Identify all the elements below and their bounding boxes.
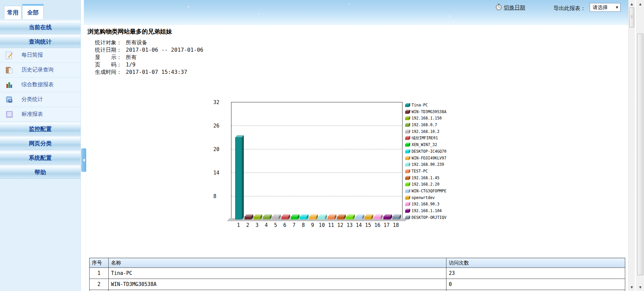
- bar-3d: [272, 216, 279, 220]
- bar-3d: [235, 137, 242, 220]
- legend-label: 192.168.2.20: [412, 182, 439, 187]
- table-row: 2 WIN-TD3MG30538A 0: [90, 279, 625, 290]
- scrollbar-thumb[interactable]: [637, 34, 643, 275]
- legend-swatch: [405, 137, 409, 140]
- history-query-icon: [5, 66, 14, 75]
- sidebar-item-query-stats[interactable]: 查询统计: [0, 35, 80, 48]
- col-header-visits: 访问次数: [446, 258, 625, 268]
- scroll-up-icon[interactable]: ▲: [629, 1, 635, 7]
- sidebar-item-system-config[interactable]: 系统配置: [0, 151, 80, 164]
- top-banner: [84, 0, 628, 25]
- x-tick-label: 18: [391, 222, 400, 228]
- sidebar-item-help[interactable]: 帮助: [0, 166, 80, 179]
- sidebar-item-daily-report[interactable]: 每日简报: [0, 48, 80, 63]
- legend-label: 192.168.90.239: [412, 162, 444, 167]
- sidebar-tabbar: 常用 全部: [0, 0, 80, 19]
- legend-swatch: [409, 136, 410, 140]
- x-tick-label: 16: [373, 222, 382, 228]
- bar-3d: [365, 216, 371, 220]
- legend-swatch: [405, 164, 409, 166]
- legend-swatch: [405, 124, 409, 127]
- legend-swatch: [409, 182, 410, 186]
- sidebar-item-standard-report[interactable]: 标准报表: [0, 107, 80, 122]
- legend-label: WIN-FEOI49KLV97: [412, 156, 446, 160]
- stopwatch-icon: [495, 3, 502, 12]
- tab-common[interactable]: 常用: [4, 6, 21, 19]
- sidebar-item-label: 标准报表: [21, 111, 43, 118]
- cell-name: Tina-PC: [109, 268, 446, 279]
- legend-label: 192.168.10.2: [412, 129, 439, 134]
- gridline: [231, 173, 402, 173]
- scrollbar-thumb[interactable]: [629, 7, 634, 28]
- legend-swatch: [409, 123, 410, 127]
- export-report-label: 导出此报表：: [553, 5, 586, 12]
- cell-visits: 23: [446, 268, 625, 279]
- export-select-value: 请选择: [593, 4, 608, 11]
- scroll-up-icon[interactable]: ▲: [637, 1, 644, 7]
- legend-label: WIN-CTG3QFOPMPE: [412, 189, 446, 193]
- category-stats-icon: [5, 95, 14, 104]
- legend-swatch: [409, 169, 410, 173]
- sidebar-item-label: 综合数据报表: [21, 81, 54, 88]
- y-tick-label: 26: [213, 123, 227, 129]
- switch-date-link[interactable]: 切换日期: [504, 4, 525, 11]
- legend-swatch: [405, 111, 409, 114]
- bar-3d: [300, 216, 307, 220]
- report-table: 序号 名称 访问次数 1 Tina-PC 23 2 WIN-TD3MG30538…: [89, 258, 625, 291]
- sidebar-item-data-report[interactable]: 综合数据报表: [0, 78, 80, 92]
- scroll-down-icon[interactable]: ▼: [637, 284, 644, 290]
- sidebar-item-current-online[interactable]: 当前在线: [0, 21, 80, 34]
- stat-target: 统计对象：所有设备: [95, 39, 203, 46]
- legend-swatch: [409, 196, 410, 200]
- bar-3d: [242, 135, 244, 220]
- legend-label: TEST-PC: [412, 169, 428, 174]
- legend-swatch: [409, 103, 410, 107]
- bar-3d: [263, 216, 270, 220]
- content-scrollbar[interactable]: ▲ ▼: [628, 0, 635, 291]
- legend-label: 192.168.1.104: [412, 208, 442, 213]
- sidebar-item-monitor-config[interactable]: 监控配置: [0, 123, 80, 135]
- sidebar-item-history-query[interactable]: 历史记录查询: [0, 63, 80, 78]
- legend-swatch: [409, 202, 410, 206]
- tab-all[interactable]: 全部: [22, 4, 44, 19]
- legend-label: Tina-PC: [412, 103, 428, 107]
- data-report-icon: [5, 81, 14, 89]
- legend-label: DESKTOP-IC4GQ70: [412, 149, 446, 154]
- gridline: [231, 149, 402, 149]
- report-title: 浏览购物类网站最多的兄弟姐妹: [88, 28, 172, 36]
- sidebar-item-label: 每日简报: [21, 52, 43, 59]
- legend-swatch: [409, 149, 410, 153]
- legend-swatch: [409, 110, 410, 114]
- cell-visits: [446, 290, 625, 291]
- sidebar-collapse-handle[interactable]: [81, 148, 86, 172]
- stat-page-number: 页 码：1/9: [95, 61, 203, 68]
- legend-swatch: [409, 162, 410, 166]
- sidebar-item-category-stats[interactable]: 分类统计: [0, 92, 80, 107]
- sidebar-item-label: 历史记录查询: [21, 66, 54, 74]
- switch-date[interactable]: 切换日期: [495, 3, 525, 12]
- legend-swatch: [409, 215, 410, 220]
- export-select[interactable]: 请选择 ▼: [590, 3, 621, 12]
- col-header-index: 序号: [90, 258, 109, 268]
- x-tick-label: 17: [382, 222, 391, 228]
- legend-swatch: [405, 117, 409, 120]
- window-scrollbar[interactable]: ▲ ▼: [636, 0, 644, 291]
- legend-swatch: [405, 151, 409, 153]
- table-row: 1 Tina-PC 23: [90, 268, 625, 279]
- table-row: [90, 290, 625, 291]
- x-tick-label: 2: [244, 222, 252, 228]
- legend-label: 192.168.1.45: [412, 176, 439, 180]
- x-tick-label: 6: [280, 222, 289, 228]
- stat-generated-time: 生成时间：2017-01-07 15:43:37: [95, 68, 203, 76]
- sidebar-item-web-category[interactable]: 网页分类: [0, 137, 80, 150]
- legend-swatch: [405, 131, 409, 134]
- bar-3d: [392, 216, 399, 220]
- scroll-down-icon[interactable]: ▼: [629, 284, 635, 290]
- bar-3d: [281, 216, 288, 220]
- bar-3d: [356, 216, 362, 220]
- bar-3d: [291, 216, 298, 220]
- cell-index: [90, 290, 109, 291]
- x-tick-label: 15: [364, 222, 372, 228]
- x-tick-label: 11: [327, 222, 335, 228]
- legend-swatch: [405, 144, 409, 147]
